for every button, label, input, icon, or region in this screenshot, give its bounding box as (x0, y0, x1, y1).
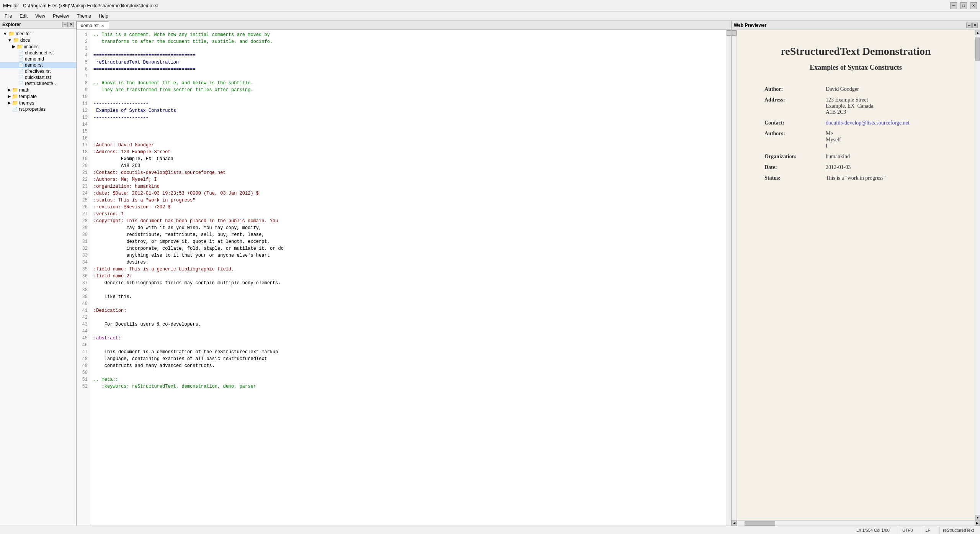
tab-demo-rst[interactable]: demo.rst ✕ (77, 21, 109, 29)
editor-content: 1234567891011121314151617181920212223242… (77, 30, 731, 526)
tree-item-quickstart[interactable]: 📄 quickstart.rst (0, 74, 76, 80)
tree-label-demo-md: demo.md (25, 56, 44, 62)
tab-bar: demo.rst ✕ (77, 21, 731, 30)
tree-item-demo-md[interactable]: 📄 demo.md (0, 56, 76, 62)
explorer-pin-button[interactable]: ─ (62, 22, 68, 27)
tree-item-images[interactable]: ▶ 📁 images (0, 43, 76, 50)
scroll-left-button[interactable]: ◀ (732, 521, 737, 526)
preview-title: Web Previewer (734, 23, 766, 28)
tree-label-docs: docs (20, 38, 30, 43)
editor-scrollbar[interactable] (726, 30, 731, 526)
status-position: Ln 1/554 Col 1/80 (853, 526, 893, 534)
meta-row-organization: Organization: humankind (760, 151, 952, 162)
explorer-header: Explorer ─ ✕ (0, 21, 76, 29)
menu-preview[interactable]: Preview (50, 13, 72, 20)
preview-document-subtitle: Examples of Syntax Constructs (760, 64, 952, 72)
meta-label-organization: Organization: (760, 151, 821, 162)
status-file-type: reStructuredText (939, 526, 977, 534)
tree-label-template: template (19, 94, 37, 99)
meta-row-address: Address: 123 Example Street Example, EX … (760, 95, 952, 118)
menu-theme[interactable]: Theme (74, 13, 94, 20)
preview-header: Web Previewer ─ ✕ (732, 21, 980, 30)
tree-item-directives[interactable]: 📄 directives.rst (0, 68, 76, 74)
tree-item-rst-properties[interactable]: 📄 rst.properties (0, 106, 76, 112)
menu-view[interactable]: View (32, 13, 48, 20)
main-layout: Explorer ─ ✕ ▼ 📁 meditor ▼ 📁 docs (0, 21, 980, 526)
tree-item-cheatsheet[interactable]: 📄 cheatsheet.rst (0, 50, 76, 56)
status-bar: Ln 1/554 Col 1/80 UTF8 LF reStructuredTe… (0, 526, 980, 534)
meta-label-address: Address: (760, 95, 821, 118)
menu-file[interactable]: File (2, 13, 15, 20)
explorer-close-button[interactable]: ✕ (69, 22, 74, 27)
close-button[interactable]: ✕ (970, 2, 977, 9)
tree-label-directives: directives.rst (25, 69, 51, 74)
explorer-title: Explorer (2, 22, 21, 27)
folder-open-icon-docs: ▼ (8, 38, 12, 43)
folder-closed-icon-math: ▶ (8, 87, 11, 92)
title-bar-controls: ─ □ ✕ (950, 2, 977, 9)
tree-label-rst-properties: rst.properties (19, 106, 46, 112)
preview-body: reStructuredText Demonstration Examples … (737, 30, 975, 520)
meta-label-authors: Authors: (760, 128, 821, 151)
tree-view: ▼ 📁 meditor ▼ 📁 docs ▶ 📁 images 📄 (0, 29, 76, 526)
meta-row-status: Status: This is a "work in progress" (760, 173, 952, 183)
tree-item-math[interactable]: ▶ 📁 math (0, 87, 76, 93)
meta-label-date: Date: (760, 162, 821, 173)
title-bar-text: MEditor - C:\Program Files (x86)\Markup … (3, 3, 158, 8)
preview-scrollbar-thumb[interactable] (975, 38, 980, 61)
preview-panel: Web Previewer ─ ✕ reStructuredText Demon… (731, 21, 980, 526)
tree-label-demo-rst: demo.rst (25, 62, 43, 68)
preview-scrollbar-left[interactable] (732, 30, 737, 520)
tree-item-themes[interactable]: ▶ 📁 themes (0, 100, 76, 106)
menu-edit[interactable]: Edit (16, 13, 31, 20)
tree-label-cheatsheet: cheatsheet.rst (25, 50, 54, 56)
preview-scrollbar-right[interactable]: ▲ ▼ (975, 30, 980, 520)
meta-row-authors: Authors: MeMyselfI (760, 128, 952, 151)
meta-value-address: 123 Example Street Example, EX Canada A1… (821, 95, 952, 118)
preview-content: reStructuredText Demonstration Examples … (732, 30, 980, 520)
tree-label-themes: themes (19, 100, 34, 106)
status-line-ending: LF (922, 526, 933, 534)
status-encoding: UTF8 (899, 526, 916, 534)
meta-value-authors: MeMyselfI (821, 128, 952, 151)
contact-link[interactable]: docutils-develop@lists.sourceforge.net (826, 120, 910, 126)
preview-close-button[interactable]: ✕ (972, 23, 978, 28)
maximize-button[interactable]: □ (960, 2, 967, 9)
preview-pin-button[interactable]: ─ (966, 23, 972, 28)
tree-item-meditor[interactable]: ▼ 📁 meditor (0, 30, 76, 37)
preview-scrollbar-h-thumb[interactable] (745, 521, 775, 526)
preview-header-controls: ─ ✕ (966, 23, 978, 28)
menu-help[interactable]: Help (96, 13, 111, 20)
tree-label-quickstart: quickstart.rst (25, 75, 51, 80)
meta-value-date: 2012-01-03 (821, 162, 952, 173)
preview-document-title: reStructuredText Demonstration (760, 45, 952, 57)
tree-item-template[interactable]: ▶ 📁 template (0, 93, 76, 100)
tab-label: demo.rst (81, 23, 99, 28)
editor-panel: demo.rst ✕ 12345678910111213141516171819… (77, 21, 731, 526)
menu-bar: File Edit View Preview Theme Help (0, 11, 980, 21)
minimize-button[interactable]: ─ (950, 2, 957, 9)
tree-label-restructuredtext: restructuredte… (25, 81, 58, 86)
tree-item-docs[interactable]: ▼ 📁 docs (0, 37, 76, 43)
tab-close-button[interactable]: ✕ (100, 23, 105, 28)
meta-value-author: David Goodger (821, 84, 952, 95)
code-area[interactable]: .. This is a comment. Note how any initi… (90, 30, 726, 526)
title-bar: MEditor - C:\Program Files (x86)\Markup … (0, 0, 980, 11)
meta-label-author: Author: (760, 84, 821, 95)
preview-meta-table: Author: David Goodger Address: 123 Examp… (760, 84, 952, 183)
meta-value-status: This is a "work in progress" (821, 173, 952, 183)
folder-open-icon: ▼ (3, 31, 7, 36)
meta-value-organization: humankind (821, 151, 952, 162)
tree-label-meditor: meditor (16, 31, 31, 36)
tree-label-images: images (24, 44, 39, 49)
folder-closed-icon-themes: ▶ (8, 100, 11, 105)
tree-item-restructuredtext[interactable]: 📄 restructuredte… (0, 80, 76, 87)
meta-row-contact: Contact: docutils-develop@lists.sourcefo… (760, 118, 952, 128)
meta-row-date: Date: 2012-01-03 (760, 162, 952, 173)
folder-closed-icon: ▶ (12, 44, 15, 49)
scroll-right-button[interactable]: ▶ (975, 521, 980, 526)
tree-label-math: math (19, 87, 29, 93)
folder-closed-icon-template: ▶ (8, 94, 11, 99)
tree-item-demo-rst[interactable]: 📄 demo.rst (0, 62, 76, 68)
meta-row-author: Author: David Goodger (760, 84, 952, 95)
